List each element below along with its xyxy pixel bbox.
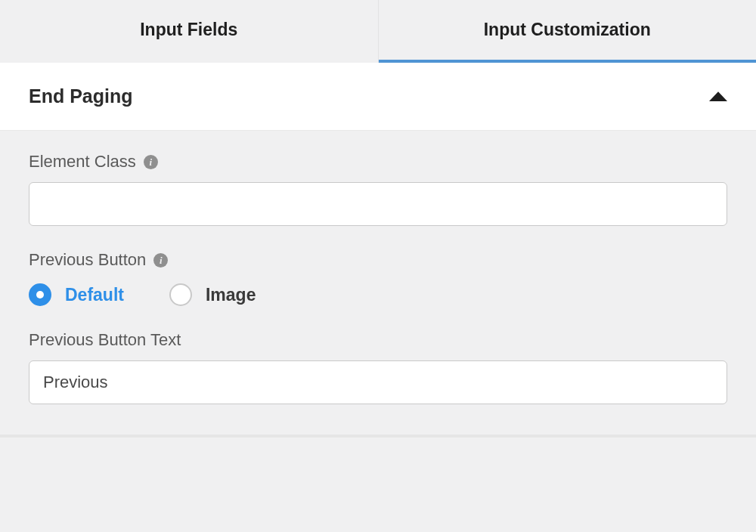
radio-label: Image (206, 285, 256, 305)
label-text: Previous Button Text (29, 330, 181, 350)
tab-input-customization[interactable]: Input Customization (379, 0, 757, 63)
field-previous-button: Previous Button i Default Image (29, 250, 727, 306)
previous-button-label: Previous Button i (29, 250, 727, 270)
section-header[interactable]: End Paging (0, 63, 756, 131)
radio-label: Default (65, 285, 124, 305)
info-icon[interactable]: i (144, 155, 158, 169)
radio-circle-icon (29, 283, 51, 306)
previous-button-text-label: Previous Button Text (29, 330, 727, 350)
element-class-label: Element Class i (29, 152, 727, 172)
field-previous-button-text: Previous Button Text (29, 330, 727, 404)
tab-label: Input Fields (140, 20, 237, 39)
divider (0, 435, 756, 438)
radio-group: Default Image (29, 283, 727, 306)
form-area: Element Class i Previous Button i Defaul… (0, 131, 756, 435)
chevron-up-icon (709, 91, 727, 101)
tab-input-fields[interactable]: Input Fields (0, 0, 379, 63)
previous-button-text-input[interactable] (29, 360, 727, 404)
info-icon[interactable]: i (153, 253, 168, 268)
radio-option-default[interactable]: Default (29, 283, 124, 306)
radio-circle-icon (169, 283, 192, 306)
section-title: End Paging (29, 85, 133, 107)
label-text: Previous Button (29, 250, 146, 270)
label-text: Element Class (29, 152, 136, 172)
element-class-input[interactable] (29, 182, 727, 226)
tabs-container: Input Fields Input Customization (0, 0, 756, 63)
radio-option-image[interactable]: Image (169, 283, 256, 306)
tab-label: Input Customization (484, 20, 651, 39)
field-element-class: Element Class i (29, 152, 727, 226)
